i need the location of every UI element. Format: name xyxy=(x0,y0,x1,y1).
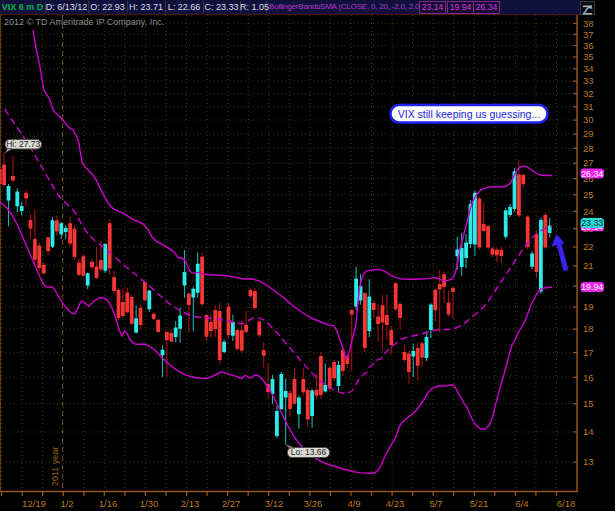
svg-text:19: 19 xyxy=(583,301,594,312)
svg-text:2011 year: 2011 year xyxy=(50,447,60,486)
svg-text:19.94: 19.94 xyxy=(581,282,603,292)
svg-text:28: 28 xyxy=(583,143,594,154)
svg-text:6/4: 6/4 xyxy=(515,498,528,509)
svg-text:3/12: 3/12 xyxy=(265,498,284,509)
svg-text:5/21: 5/21 xyxy=(470,498,489,509)
svg-text:12/19: 12/19 xyxy=(22,498,46,509)
svg-text:17: 17 xyxy=(583,347,594,358)
svg-text:13: 13 xyxy=(583,456,594,467)
svg-text:24: 24 xyxy=(583,206,594,217)
svg-text:27: 27 xyxy=(583,157,594,168)
svg-text:1/2: 1/2 xyxy=(60,498,73,509)
svg-text:3/26: 3/26 xyxy=(304,498,323,509)
svg-text:14: 14 xyxy=(583,426,594,437)
svg-text:31: 31 xyxy=(583,101,594,112)
svg-text:23.33: 23.33 xyxy=(581,218,603,228)
svg-text:36: 36 xyxy=(583,40,594,51)
svg-text:15: 15 xyxy=(583,398,594,409)
svg-text:6/18: 6/18 xyxy=(557,498,576,509)
svg-text:35: 35 xyxy=(583,51,594,62)
svg-text:30: 30 xyxy=(583,114,594,125)
svg-text:25: 25 xyxy=(583,189,594,200)
svg-text:VIX still keeping us guessing.: VIX still keeping us guessing... xyxy=(398,108,540,120)
svg-text:34: 34 xyxy=(583,63,594,74)
svg-text:21: 21 xyxy=(583,260,594,271)
svg-text:Lo: 13.66: Lo: 13.66 xyxy=(291,447,327,457)
svg-text:4/23: 4/23 xyxy=(386,498,405,509)
svg-text:5/7: 5/7 xyxy=(429,498,442,509)
svg-text:29: 29 xyxy=(583,128,594,139)
svg-text:1/16: 1/16 xyxy=(99,498,118,509)
svg-text:2/13: 2/13 xyxy=(181,498,200,509)
svg-text:4/9: 4/9 xyxy=(347,498,360,509)
svg-text:32: 32 xyxy=(583,88,594,99)
svg-text:22: 22 xyxy=(583,241,594,252)
svg-text:26.34: 26.34 xyxy=(581,169,603,179)
svg-text:1/30: 1/30 xyxy=(140,498,159,509)
svg-text:Hi: 27.73: Hi: 27.73 xyxy=(6,139,40,149)
svg-text:18: 18 xyxy=(583,323,594,334)
svg-text:37: 37 xyxy=(583,29,594,40)
svg-text:38: 38 xyxy=(583,18,594,29)
svg-text:2/27: 2/27 xyxy=(222,498,241,509)
svg-text:33: 33 xyxy=(583,75,594,86)
svg-text:16: 16 xyxy=(583,372,594,383)
